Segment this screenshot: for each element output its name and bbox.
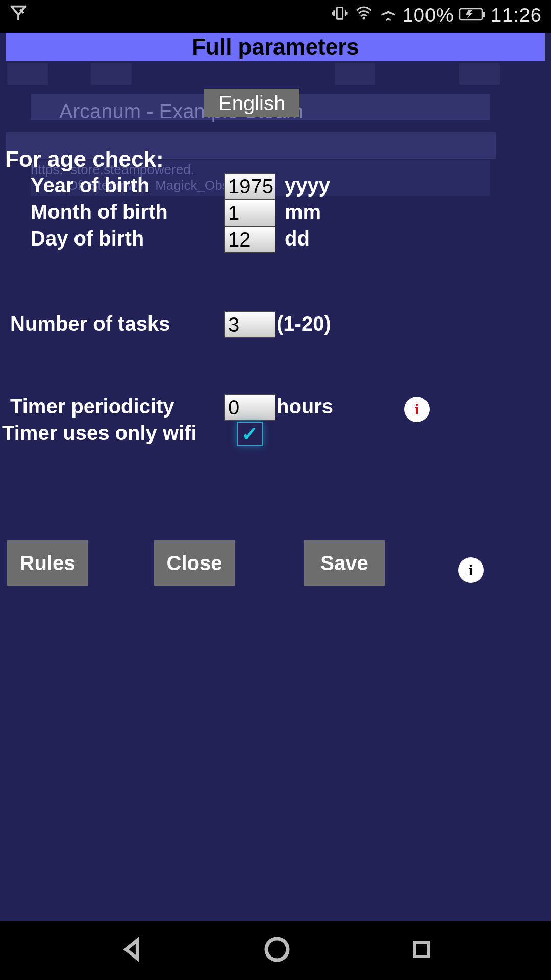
bg-tab <box>91 63 132 85</box>
year-input[interactable]: 1975 <box>224 173 276 200</box>
app-icon <box>9 4 28 27</box>
recents-button[interactable] <box>409 937 434 964</box>
language-selected: English <box>218 92 285 115</box>
svg-rect-0 <box>337 7 342 19</box>
check-icon: ✓ <box>241 422 259 446</box>
close-button[interactable]: Close <box>154 540 235 586</box>
wifi-icon <box>354 5 374 27</box>
airplane-icon <box>379 4 397 27</box>
navigation-bar <box>0 921 551 980</box>
bg-tab <box>335 63 375 85</box>
battery-icon <box>459 5 486 26</box>
page-info-icon[interactable]: i <box>458 557 484 583</box>
bg-tab <box>459 63 500 85</box>
timer-period-hint: hours <box>277 395 333 418</box>
timer-period-label: Timer periodicity <box>0 395 174 418</box>
year-label: Year of birth <box>31 174 149 197</box>
rules-button[interactable]: Rules <box>7 540 88 586</box>
svg-rect-5 <box>414 942 429 957</box>
tasks-label: Number of tasks <box>0 312 170 335</box>
timer-info-icon[interactable]: i <box>404 397 430 422</box>
year-hint: yyyy <box>285 174 330 197</box>
day-input[interactable]: 12 <box>224 226 276 253</box>
clock: 11:26 <box>491 5 542 27</box>
page-title: Full parameters <box>192 34 359 60</box>
home-button[interactable] <box>263 935 291 966</box>
age-check-heading: For age check: <box>5 146 164 172</box>
day-hint: dd <box>285 227 310 250</box>
svg-point-4 <box>266 939 288 960</box>
month-input[interactable]: 1 <box>224 200 276 226</box>
tasks-input[interactable]: 3 <box>224 311 276 338</box>
svg-point-1 <box>362 17 365 19</box>
language-select[interactable]: English <box>204 89 299 117</box>
wifi-label: Timer uses only wifi <box>0 422 197 445</box>
save-button[interactable]: Save <box>304 540 385 586</box>
app-body: Arcanum - Example Steam https: store.ste… <box>0 33 551 921</box>
title-bar: Full parameters <box>6 33 545 61</box>
month-hint: mm <box>285 201 321 224</box>
back-button[interactable] <box>118 936 145 965</box>
timer-period-input[interactable]: 0 <box>224 394 276 421</box>
status-bar: 100% 11:26 <box>0 0 551 31</box>
month-label: Month of birth <box>31 201 168 224</box>
battery-percent: 100% <box>403 5 454 27</box>
wifi-checkbox[interactable]: ✓ <box>237 422 263 446</box>
day-label: Day of birth <box>31 227 144 250</box>
vibrate-icon <box>331 4 348 28</box>
bg-tab <box>7 63 48 85</box>
svg-rect-3 <box>483 12 485 17</box>
tasks-hint: (1-20) <box>277 312 331 335</box>
